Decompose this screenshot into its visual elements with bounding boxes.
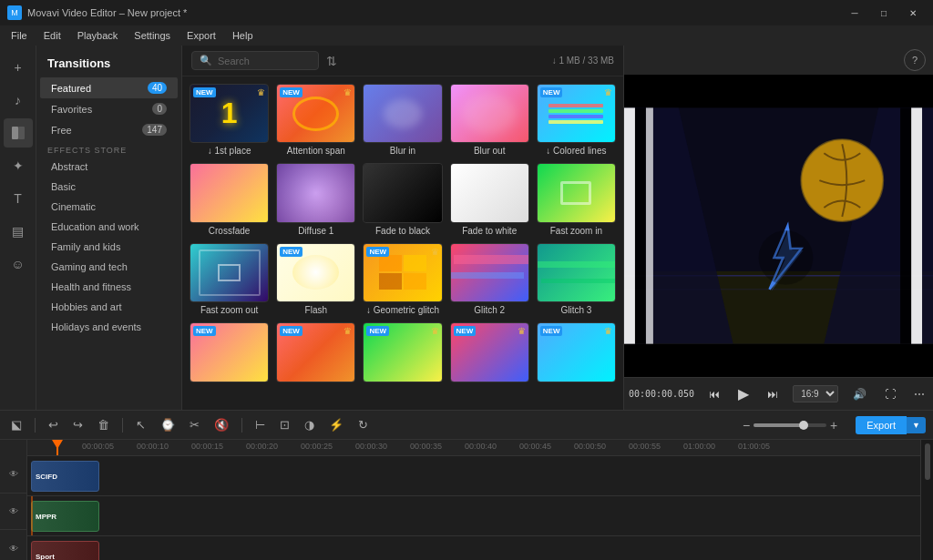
menu-help[interactable]: Help xyxy=(225,28,261,43)
sidebar-item-family[interactable]: Family and kids xyxy=(40,237,178,257)
menu-export[interactable]: Export xyxy=(179,28,223,43)
help-button[interactable]: ? xyxy=(904,49,926,71)
transition-row4-1[interactable]: NEW xyxy=(190,322,269,384)
export-main-button[interactable]: Export xyxy=(856,416,907,434)
sidebar-item-education[interactable]: Education and work xyxy=(40,217,178,237)
volume-icon[interactable]: 🔊 xyxy=(849,386,870,402)
transition-glitch-3[interactable]: Glitch 3 xyxy=(537,243,616,315)
close-button[interactable]: ✕ xyxy=(900,4,926,22)
track3-eye-icon[interactable]: 👁 xyxy=(9,544,18,554)
transition-blur-in[interactable]: Blur in xyxy=(363,84,442,156)
menu-file[interactable]: File xyxy=(4,28,35,43)
color-grading-button[interactable]: ◑ xyxy=(301,416,318,433)
sidebar-item-favorites[interactable]: Favorites 0 xyxy=(40,98,178,119)
sidebar-item-cinematic[interactable]: Cinematic xyxy=(40,197,178,217)
sidebar-item-holidays[interactable]: Holidays and events xyxy=(40,317,178,337)
mute-button[interactable]: 🔇 xyxy=(210,416,232,433)
track1-clip[interactable] xyxy=(31,461,99,492)
export-dropdown-button[interactable]: ▼ xyxy=(907,417,926,433)
transition-row4-5[interactable]: NEW ♛ xyxy=(537,322,616,384)
sort-icon[interactable]: ⇅ xyxy=(326,54,337,68)
download-info: ↓ 1 MB / 33 MB xyxy=(552,56,614,66)
speed-button[interactable]: ⚡ xyxy=(325,416,347,433)
svg-rect-8 xyxy=(624,107,635,343)
more-options-icon[interactable]: ⋯ xyxy=(910,386,928,402)
svg-rect-0 xyxy=(12,127,18,139)
zoom-out-button[interactable]: − xyxy=(743,418,750,433)
transition-row4-2[interactable]: NEW ♛ xyxy=(276,322,355,384)
menu-playback[interactable]: Playback xyxy=(70,28,126,43)
ratio-select[interactable]: 16:9 4:3 1:1 xyxy=(793,385,838,402)
skip-forward-button[interactable]: ⏭ xyxy=(764,386,782,402)
transition-blur-out[interactable]: Blur out xyxy=(450,84,529,156)
skip-back-button[interactable]: ⏮ xyxy=(705,386,723,402)
transition-attention-span[interactable]: NEW ♛ Attention span xyxy=(276,84,355,156)
sidebar-item-health[interactable]: Health and fitness xyxy=(40,277,178,297)
fullscreen-icon[interactable]: ⛶ xyxy=(881,386,899,402)
minimize-button[interactable]: ─ xyxy=(842,4,867,22)
transition-colored-lines[interactable]: NEW ♛ ↓ Colored lines xyxy=(537,84,616,156)
sidebar-title: Transitions xyxy=(36,53,181,77)
transition-label: Glitch 3 xyxy=(560,305,591,315)
undo-button[interactable]: ↩ xyxy=(45,416,62,433)
transition-fast-zoom-in[interactable]: Fast zoom in xyxy=(537,163,616,235)
transition-flash[interactable]: NEW Flash xyxy=(276,243,355,315)
maximize-button[interactable]: □ xyxy=(871,4,897,22)
redo-button[interactable]: ↪ xyxy=(69,416,87,433)
free-label: Free xyxy=(51,125,72,136)
transitions-button[interactable] xyxy=(4,118,33,148)
filters-button[interactable]: ▤ xyxy=(4,217,33,246)
sidebar-item-featured[interactable]: Featured 40 xyxy=(40,77,178,98)
ripple-button[interactable]: ⌚ xyxy=(157,416,179,433)
effects-button[interactable]: ✦ xyxy=(4,151,33,180)
new-badge: NEW xyxy=(193,326,216,336)
transition-diffuse-1[interactable]: Diffuse 1 xyxy=(276,163,355,235)
sidebar-item-hobbies[interactable]: Hobbies and art xyxy=(40,297,178,317)
pro-badge: ♛ xyxy=(431,247,439,257)
track2-eye-icon[interactable]: 👁 xyxy=(9,506,18,516)
text-button[interactable]: T xyxy=(4,184,33,213)
track1-eye-icon[interactable]: 👁 xyxy=(9,469,18,479)
sidebar-item-basic[interactable]: Basic xyxy=(40,177,178,197)
track3-clip[interactable] xyxy=(31,541,99,560)
zoom-in-button[interactable]: + xyxy=(830,418,837,433)
track2-clip[interactable] xyxy=(31,501,99,532)
separator xyxy=(35,418,36,433)
transition-glitch-2[interactable]: Glitch 2 xyxy=(450,243,529,315)
transition-1st-place[interactable]: NEW ♛ 1 ↓ 1st place xyxy=(190,84,269,156)
svg-rect-9 xyxy=(635,107,646,343)
transition-row4-3[interactable]: NEW ♛ xyxy=(363,322,442,384)
search-bar[interactable]: 🔍 xyxy=(191,51,319,70)
sidebar-item-free[interactable]: Free 147 xyxy=(40,119,178,140)
transition-geometric-glitch[interactable]: NEW ♛ ↓ Geometric glitch xyxy=(363,243,442,315)
transition-row4-4[interactable]: NEW ♛ xyxy=(450,322,529,384)
delete-button[interactable]: 🗑 xyxy=(94,416,113,433)
transition-fast-zoom-out[interactable]: Fast zoom out xyxy=(190,243,269,315)
cut-button[interactable]: ✂ xyxy=(186,416,203,433)
transition-crossfade[interactable]: Crossfade xyxy=(190,163,269,235)
stickers-button[interactable]: ☺ xyxy=(4,249,33,279)
transition-label: ↓ Colored lines xyxy=(546,146,606,156)
free-badge: 147 xyxy=(142,124,167,136)
featured-label: Featured xyxy=(51,83,91,94)
pro-badge: ♛ xyxy=(604,326,612,336)
search-input[interactable] xyxy=(218,56,311,66)
select-button[interactable]: ↖ xyxy=(132,416,149,433)
rotate-button[interactable]: ↻ xyxy=(354,416,372,433)
menu-settings[interactable]: Settings xyxy=(127,28,178,43)
play-button[interactable]: ▶ xyxy=(734,383,753,404)
add-button[interactable]: + xyxy=(4,53,33,82)
effects-store-label: EFFECTS STORE xyxy=(36,140,181,157)
transition-fade-white[interactable]: Fade to white xyxy=(450,163,529,235)
stabilize-button[interactable]: ⊡ xyxy=(276,416,293,433)
new-badge: NEW xyxy=(280,326,302,336)
sidebar-item-gaming[interactable]: Gaming and tech xyxy=(40,257,178,277)
trim-mode-button[interactable]: ⬕ xyxy=(7,416,26,433)
ruler-tick: 00:00:25 xyxy=(301,442,333,451)
split-button[interactable]: ⊢ xyxy=(251,416,269,433)
sidebar-item-abstract[interactable]: Abstract xyxy=(40,157,178,177)
zoom-slider[interactable] xyxy=(754,423,826,427)
menu-edit[interactable]: Edit xyxy=(36,28,68,43)
transition-fade-black[interactable]: Fade to black xyxy=(363,163,442,235)
music-button[interactable]: ♪ xyxy=(4,86,33,115)
